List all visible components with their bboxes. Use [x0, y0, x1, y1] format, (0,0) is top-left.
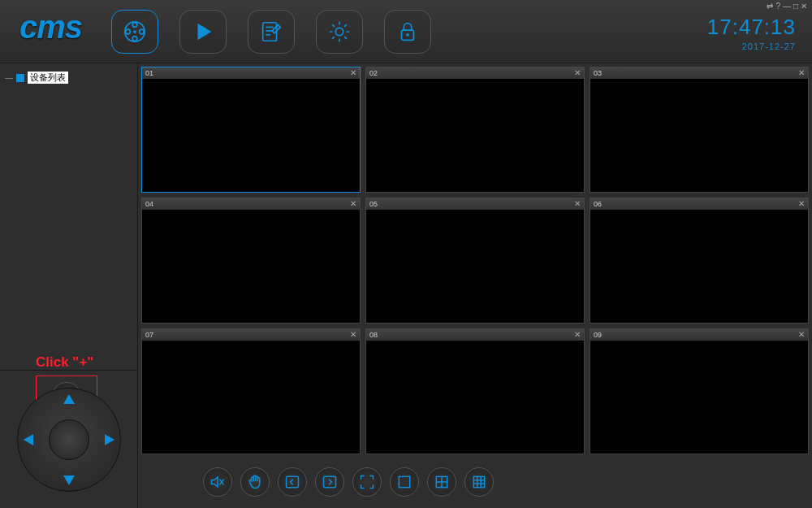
lock-icon — [395, 20, 420, 44]
tree-collapse-icon[interactable]: — — [5, 73, 13, 82]
cell-number: 02 — [369, 69, 378, 77]
logo: cms — [0, 9, 102, 54]
nav-playback-button[interactable] — [179, 10, 227, 54]
film-reel-icon — [123, 20, 147, 44]
video-grid: 01 ✕ 02 ✕ 03 ✕ 04 ✕ — [141, 67, 809, 454]
svg-point-1 — [132, 22, 137, 27]
cell-header: 09 ✕ — [590, 329, 808, 341]
clock-time: 17:47:13 — [707, 15, 796, 40]
main-area: 01 ✕ 02 ✕ 03 ✕ 04 ✕ — [138, 63, 812, 508]
video-cell[interactable]: 06 ✕ — [590, 198, 809, 323]
cell-header: 01 ✕ — [142, 67, 360, 79]
gear-icon — [327, 20, 352, 44]
cell-number: 03 — [594, 69, 602, 77]
svg-marker-19 — [105, 434, 114, 445]
cell-close-button[interactable]: ✕ — [574, 331, 581, 339]
svg-point-5 — [133, 30, 136, 33]
video-cell[interactable]: 09 ✕ — [590, 328, 809, 454]
bottom-toolbar — [138, 458, 812, 506]
body: — 设备列表 Click "+" — [0, 63, 812, 508]
nav-settings-button[interactable] — [316, 10, 363, 54]
svg-rect-28 — [473, 476, 484, 487]
video-cell[interactable]: 02 ✕ — [365, 67, 585, 193]
nav-log-button[interactable] — [248, 10, 295, 54]
layout-1-button[interactable] — [390, 467, 419, 497]
prev-page-button[interactable] — [278, 467, 307, 497]
ptz-left-button[interactable] — [23, 433, 34, 446]
mute-button[interactable] — [203, 467, 232, 497]
sidebar: — 设备列表 Click "+" — [0, 63, 138, 508]
next-page-icon — [322, 474, 338, 490]
next-page-button[interactable] — [315, 467, 344, 497]
close-icon[interactable]: ✕ — [801, 2, 807, 11]
layout-4-button[interactable] — [427, 467, 456, 497]
cell-header: 06 ✕ — [590, 198, 808, 210]
hand-button[interactable] — [240, 467, 270, 497]
video-cell[interactable]: 05 ✕ — [365, 198, 585, 323]
svg-rect-24 — [399, 476, 409, 487]
video-cell[interactable]: 04 ✕ — [141, 198, 361, 323]
cell-close-button[interactable]: ✕ — [574, 200, 581, 208]
cell-close-button[interactable]: ✕ — [350, 69, 356, 77]
layout-1-icon — [396, 474, 412, 490]
mute-icon — [209, 474, 226, 490]
svg-marker-18 — [24, 434, 33, 445]
cell-number: 01 — [145, 69, 153, 77]
cell-close-button[interactable]: ✕ — [350, 200, 356, 208]
video-cell[interactable]: 07 ✕ — [141, 328, 361, 454]
maximize-icon[interactable]: □ — [793, 2, 798, 11]
cell-header: 02 ✕ — [366, 67, 584, 79]
ptz-disc — [17, 388, 121, 492]
svg-marker-6 — [198, 23, 212, 40]
svg-rect-7 — [263, 22, 277, 41]
ptz-panel — [0, 370, 137, 508]
header: ⇄ ? — □ ✕ cms — [0, 0, 812, 63]
svg-marker-16 — [63, 394, 75, 404]
clock: 17:47:13 2017-12-27 — [707, 15, 796, 51]
cell-close-button[interactable]: ✕ — [350, 331, 356, 339]
cell-number: 07 — [145, 331, 153, 339]
prev-page-icon — [284, 474, 300, 490]
ptz-center-button[interactable] — [49, 419, 89, 460]
svg-point-11 — [335, 28, 343, 35]
svg-point-3 — [132, 36, 137, 41]
tree-root[interactable]: — 设备列表 — [5, 72, 132, 84]
clock-date: 2017-12-27 — [707, 41, 796, 51]
layout-4-icon — [434, 474, 450, 490]
svg-rect-23 — [324, 476, 336, 487]
help-icon[interactable]: ? — [775, 2, 780, 11]
nav-lock-button[interactable] — [384, 10, 431, 54]
cell-close-button[interactable]: ✕ — [798, 200, 805, 208]
svg-marker-17 — [63, 475, 75, 485]
cell-close-button[interactable]: ✕ — [574, 69, 581, 77]
layout-9-button[interactable] — [464, 467, 494, 497]
video-cell[interactable]: 03 ✕ — [590, 67, 809, 193]
svg-point-2 — [140, 29, 145, 34]
ptz-up-button[interactable] — [63, 393, 76, 405]
cell-header: 07 ✕ — [142, 329, 360, 341]
device-tree: — 设备列表 — [0, 63, 137, 370]
hint-text: Click "+" — [36, 354, 97, 371]
cell-close-button[interactable]: ✕ — [798, 331, 805, 339]
ptz-down-button[interactable] — [63, 475, 76, 486]
layout-9-icon — [471, 474, 487, 490]
cell-number: 09 — [594, 331, 602, 339]
fullscreen-button[interactable] — [352, 467, 382, 497]
ptz-right-button[interactable] — [104, 433, 115, 446]
svg-point-13 — [406, 33, 409, 36]
device-list-icon — [16, 74, 24, 82]
fullscreen-icon — [359, 474, 375, 490]
window-controls: ⇄ ? — □ ✕ — [767, 2, 807, 11]
cell-header: 04 ✕ — [142, 198, 360, 210]
minimize-icon[interactable]: — — [783, 2, 791, 11]
video-cell[interactable]: 08 ✕ — [365, 328, 585, 454]
nav-live-button[interactable] — [111, 10, 158, 54]
tree-root-label: 设备列表 — [28, 72, 68, 84]
notepad-edit-icon — [259, 20, 283, 44]
cell-close-button[interactable]: ✕ — [798, 69, 805, 77]
cell-header: 03 ✕ — [590, 67, 808, 79]
cell-header: 08 ✕ — [366, 329, 584, 341]
switch-user-icon[interactable]: ⇄ — [767, 2, 773, 11]
play-icon — [191, 20, 215, 44]
video-cell[interactable]: 01 ✕ — [141, 67, 361, 193]
